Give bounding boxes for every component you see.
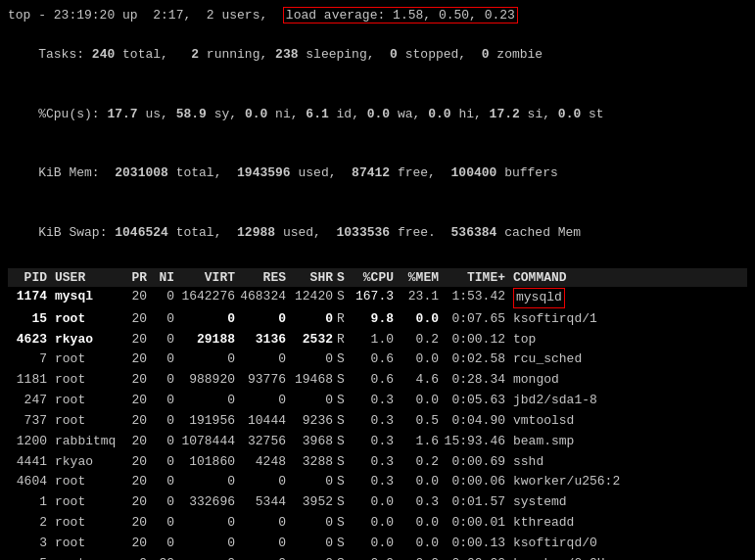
- table-body: 1174 mysql 20 0 1642276 468324 12420 S 1…: [8, 287, 747, 560]
- cell-mem: 0.2: [398, 331, 443, 350]
- cell-virt: 0: [178, 392, 239, 410]
- cmd-text: ksoftirqd/0: [513, 536, 597, 550]
- table-row: 247 root 20 0 0 0 0 S 0.3 0.0 0:05.63 jb…: [8, 391, 747, 411]
- cell-cpu: 1.0: [353, 331, 398, 350]
- table-row: 7 root 20 0 0 0 0 S 0.6 0.0 0:02.58 rcu_…: [8, 350, 747, 370]
- cell-time: 0:00.12: [443, 331, 509, 350]
- cell-ni: 0: [151, 535, 178, 553]
- cell-pid: 5: [8, 555, 53, 560]
- cell-ni: 0: [151, 331, 178, 350]
- table-row: 4623 rkyao 20 0 29188 3136 2532 R 1.0 0.…: [8, 330, 747, 350]
- cmd-text: kthreadd: [513, 515, 574, 530]
- cell-pr: 20: [123, 310, 151, 329]
- cell-cmd: systemd: [509, 493, 747, 512]
- cell-pid: 737: [8, 412, 53, 431]
- cell-ni: 0: [151, 514, 178, 533]
- table-row: 4604 root 20 0 0 0 0 S 0.3 0.0 0:00.06 k…: [8, 472, 747, 492]
- cell-shr: 0: [290, 535, 337, 553]
- cell-pid: 3: [8, 535, 53, 553]
- cmd-text: systemd: [513, 494, 567, 509]
- cell-cmd: kworker/u256:2: [509, 473, 747, 491]
- cell-pr: 0: [123, 555, 151, 560]
- cell-cmd: kworker/0:0H: [509, 555, 747, 560]
- cell-virt: 1642276: [178, 288, 239, 308]
- cmd-text: kworker/0:0H: [513, 556, 605, 560]
- cell-res: 0: [239, 555, 290, 560]
- table-row: 5 root 0 -20 0 0 0 S 0.0 0.0 0:00.00 kwo…: [8, 554, 747, 560]
- col-header-pr: PR: [123, 270, 151, 285]
- cell-cpu: 0.3: [353, 433, 398, 451]
- cell-cmd: top: [509, 331, 747, 350]
- table-row: 1 root 20 0 332696 5344 3952 S 0.0 0.3 0…: [8, 492, 747, 513]
- cell-res: 0: [239, 514, 290, 533]
- cell-shr: 0: [290, 555, 337, 560]
- cell-shr: 2532: [290, 331, 337, 350]
- cell-time: 0:01.57: [443, 493, 509, 512]
- cell-ni: -20: [151, 555, 178, 560]
- cell-ni: 0: [151, 350, 178, 369]
- cell-pid: 4441: [8, 453, 53, 472]
- cell-res: 5344: [239, 493, 290, 512]
- cell-virt: 332696: [178, 493, 239, 512]
- cell-shr: 12420: [290, 288, 337, 308]
- cell-mem: 0.2: [398, 453, 443, 472]
- cell-s: S: [337, 371, 353, 390]
- cell-time: 0:00.69: [443, 453, 509, 472]
- process-table: PID USER PR NI VIRT RES SHR S %CPU %MEM …: [8, 268, 747, 560]
- cell-user: rkyao: [53, 453, 123, 472]
- cell-mem: 0.0: [398, 555, 443, 560]
- cell-pr: 20: [123, 392, 151, 410]
- table-row: 1200 rabbitmq 20 0 1078444 32756 3968 S …: [8, 432, 747, 452]
- cell-mem: 0.0: [398, 535, 443, 553]
- cell-shr: 3968: [290, 433, 337, 451]
- cell-s: S: [337, 473, 353, 491]
- cell-time: 0:00.13: [443, 535, 509, 553]
- cell-user: root: [53, 473, 123, 491]
- cell-pr: 20: [123, 453, 151, 472]
- header-line-3: %Cpu(s): 17.7 us, 58.9 sy, 0.0 ni, 6.1 i…: [8, 85, 747, 144]
- table-row: 15 root 20 0 0 0 0 R 9.8 0.0 0:07.65 kso…: [8, 309, 747, 330]
- cell-res: 93776: [239, 371, 290, 390]
- cell-time: 0:28.34: [443, 371, 509, 390]
- cell-cpu: 0.0: [353, 535, 398, 553]
- table-header-row: PID USER PR NI VIRT RES SHR S %CPU %MEM …: [8, 268, 747, 287]
- cell-cmd: mysqld: [509, 288, 747, 308]
- cell-time: 0:00.01: [443, 514, 509, 533]
- table-row: 737 root 20 0 191956 10444 9236 S 0.3 0.…: [8, 411, 747, 432]
- top-time: top - 23:19:20 up 2:17, 2 users,: [8, 8, 283, 23]
- cell-virt: 191956: [178, 412, 239, 431]
- col-header-time: TIME+: [443, 270, 509, 285]
- cell-ni: 0: [151, 371, 178, 390]
- table-row: 1174 mysql 20 0 1642276 468324 12420 S 1…: [8, 287, 747, 309]
- cell-s: S: [337, 350, 353, 369]
- cell-cpu: 0.3: [353, 392, 398, 410]
- cell-shr: 0: [290, 350, 337, 369]
- cell-pr: 20: [123, 493, 151, 512]
- cell-cmd: vmtoolsd: [509, 412, 747, 431]
- cell-time: 0:02.58: [443, 350, 509, 369]
- cell-cmd: sshd: [509, 453, 747, 472]
- cell-pid: 2: [8, 514, 53, 533]
- cell-user: rkyao: [53, 331, 123, 350]
- cell-res: 0: [239, 392, 290, 410]
- cell-ni: 0: [151, 453, 178, 472]
- cell-cpu: 0.0: [353, 514, 398, 533]
- cell-cpu: 0.0: [353, 555, 398, 560]
- cell-mem: 0.0: [398, 473, 443, 491]
- cell-cpu: 0.0: [353, 493, 398, 512]
- cell-pid: 1: [8, 493, 53, 512]
- header-line-1: top - 23:19:20 up 2:17, 2 users, load av…: [8, 6, 747, 25]
- cell-res: 468324: [239, 288, 290, 308]
- cell-pr: 20: [123, 473, 151, 491]
- cell-pid: 1181: [8, 371, 53, 390]
- cell-time: 0:04.90: [443, 412, 509, 431]
- cell-cmd: ksoftirqd/1: [509, 310, 747, 329]
- cell-cmd: jbd2/sda1-8: [509, 392, 747, 410]
- cell-user: root: [53, 371, 123, 390]
- col-header-s: S: [337, 270, 353, 285]
- cell-time: 0:00.06: [443, 473, 509, 491]
- cell-shr: 9236: [290, 412, 337, 431]
- cell-cpu: 167.3: [353, 288, 398, 308]
- cell-pid: 1200: [8, 433, 53, 451]
- cell-user: root: [53, 514, 123, 533]
